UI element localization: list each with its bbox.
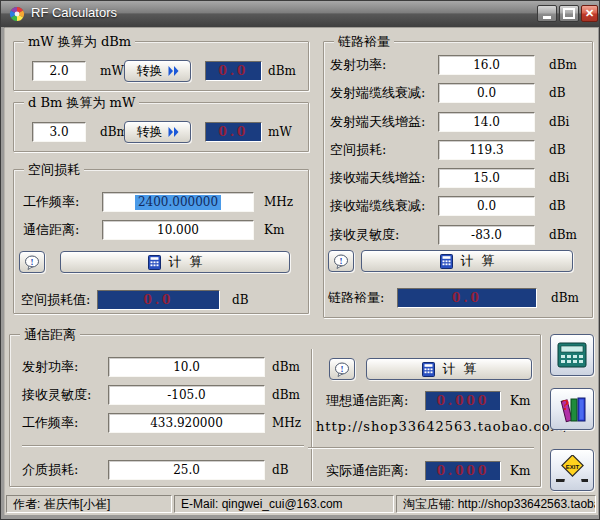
link-margin-info-button[interactable]: ! (328, 250, 354, 272)
group-dbm-to-mw: d Bm 换算为 mW dBm 转换 0.0 mW (13, 102, 309, 152)
rx-antenna-gain-input[interactable] (438, 168, 535, 188)
info-bubble-icon: ! (334, 362, 350, 377)
tx-cable-loss-input[interactable] (438, 83, 535, 103)
frequency-input[interactable]: 2400.000000 (102, 192, 254, 212)
svg-text:EXIT: EXIT (566, 464, 580, 470)
unit-label: dB (549, 83, 566, 103)
link-margin-result-label: 链路裕量: (328, 288, 384, 308)
svg-text:?: ? (562, 397, 570, 413)
distance-input[interactable] (102, 220, 254, 240)
status-author: 作者: 崔庆伟[小崔] (6, 495, 172, 513)
app-icon (9, 6, 25, 22)
distance-label: 通信距离: (23, 220, 79, 240)
convert-mw-button[interactable]: 转换 (124, 60, 191, 82)
group-mw-to-dbm: mW 换算为 dBm mW 转换 0.0 dBm (13, 41, 309, 91)
unit-label: dBi (549, 112, 569, 132)
ideal-distance-row: 理想通信距离: 0.000 Km (10, 391, 540, 411)
link-margin-unit: dBm (551, 288, 579, 308)
unit-label: dBm (549, 225, 577, 245)
frequency-unit: MHz (264, 192, 293, 212)
field-label: 发射端缆线衰减: (330, 83, 425, 103)
space-loss-info-button[interactable]: ! (19, 251, 45, 273)
path-loss-row: 空间损耗: dB (324, 140, 592, 160)
minimize-button[interactable] (537, 5, 557, 22)
space-loss-unit: dB (232, 290, 249, 310)
tx-antenna-gain-input[interactable] (438, 112, 535, 132)
calculator-icon (422, 362, 435, 377)
field-label: 接收端天线增益: (330, 168, 425, 188)
status-bar: 作者: 崔庆伟[小崔] E-Mail: qingwei_cui@163.com … (4, 494, 598, 515)
distance-unit: Km (264, 220, 284, 240)
maximize-button[interactable] (559, 5, 579, 22)
svg-text:!: ! (31, 256, 34, 266)
right-separator (308, 447, 534, 448)
space-loss-calc-button[interactable]: 计算 (60, 251, 290, 273)
rx-cable-loss-row: 接收端缆线衰减: dB (324, 196, 592, 216)
ideal-distance-label: 理想通信距离: (326, 391, 408, 411)
group-link-margin: 链路裕量 发射功率: dBm 发射端缆线衰减: dB 发射端天线增益: dBi … (323, 41, 593, 318)
field-label: 空间损耗: (330, 140, 386, 160)
comm-distance-info-button[interactable]: ! (329, 358, 355, 380)
group-comm-distance: 通信距离 发射功率: dBm 接收灵敏度: dBm 工作频率: MHz 介质损耗… (9, 334, 541, 487)
svg-text:!: ! (341, 363, 344, 373)
convert-arrow-icon (168, 127, 179, 137)
convert-arrow-icon (168, 66, 179, 76)
link-margin-display: 0.0 (397, 288, 537, 308)
ideal-distance-display: 0.000 (425, 391, 501, 411)
actual-distance-label: 实际通信距离: (326, 461, 408, 481)
unit-label: dBm (549, 55, 577, 75)
dbm-result-display: 0.0 (205, 61, 262, 81)
exit-button[interactable]: EXIT (550, 449, 594, 491)
rx-cable-loss-input[interactable] (438, 196, 535, 216)
close-button[interactable]: ✕ (581, 5, 598, 22)
cd-frequency-input[interactable] (108, 413, 265, 433)
svg-text:!: ! (340, 255, 343, 265)
dbm-result-unit: dBm (268, 61, 296, 81)
comm-distance-calc-button[interactable]: 计算 (366, 358, 532, 380)
group-title: 链路裕量 (334, 33, 394, 51)
shop-url-text: http://shop33642563.taobao.com/ (316, 419, 542, 434)
link-margin-calc-button[interactable]: 计算 (361, 250, 573, 272)
field-label: 接收灵敏度: (330, 225, 399, 245)
space-loss-result-label: 空间损耗值: (21, 290, 90, 310)
path-loss-input[interactable] (438, 140, 535, 160)
field-label: 接收端缆线衰减: (330, 196, 425, 216)
calculator-tool-button[interactable] (550, 334, 594, 376)
field-label: 发射端天线增益: (330, 112, 425, 132)
group-space-loss: 空间损耗 工作频率: 2400.000000 MHz 通信距离: Km ! (13, 169, 309, 314)
actual-distance-display: 0.000 (425, 461, 501, 481)
group-title: 空间损耗 (24, 161, 84, 179)
tx-power-input[interactable] (438, 55, 535, 75)
mw-input[interactable] (32, 61, 86, 81)
title-bar[interactable]: RF Calculators ✕ (1, 1, 599, 27)
dbm-input[interactable] (32, 122, 86, 142)
mw-result-display: 0.0 (205, 122, 262, 142)
left-separator (22, 445, 304, 446)
status-shop-url: 淘宝店铺: http://shop33642563.taobao.com (396, 495, 596, 513)
field-label: 发射功率: (330, 55, 386, 75)
rx-sensitivity-input[interactable] (438, 225, 535, 245)
selected-text: 2400.000000 (135, 195, 221, 210)
window-title: RF Calculators (31, 5, 117, 20)
calculator-icon (440, 254, 453, 269)
calculator-big-icon (557, 341, 587, 369)
actual-distance-row: 实际通信距离: 0.000 Km (10, 461, 540, 481)
distance-row: 通信距离: Km (14, 220, 308, 240)
unit-label: MHz (272, 413, 301, 433)
frequency-label: 工作频率: (23, 192, 79, 212)
group-title: 通信距离 (20, 326, 80, 344)
link-margin-result-row: 链路裕量: 0.0 dBm (324, 288, 592, 308)
field-label: 发射功率: (22, 357, 78, 377)
ideal-distance-unit: Km (510, 391, 530, 411)
unit-label: dBi (549, 168, 569, 188)
group-title: mW 换算为 dBm (24, 33, 135, 51)
help-books-icon: ? (556, 394, 588, 424)
client-area: mW 换算为 dBm mW 转换 0.0 dBm d Bm 换算为 mW dBm… (4, 27, 598, 515)
cd-tx-power-input[interactable] (108, 357, 265, 377)
info-bubble-icon: ! (24, 255, 40, 270)
help-button[interactable]: ? (550, 388, 594, 430)
actual-distance-unit: Km (510, 461, 530, 481)
convert-dbm-button[interactable]: 转换 (124, 121, 191, 143)
app-window: RF Calculators ✕ mW 换算为 dBm mW 转换 0.0 dB… (0, 0, 600, 520)
unit-label: dB (549, 140, 566, 160)
